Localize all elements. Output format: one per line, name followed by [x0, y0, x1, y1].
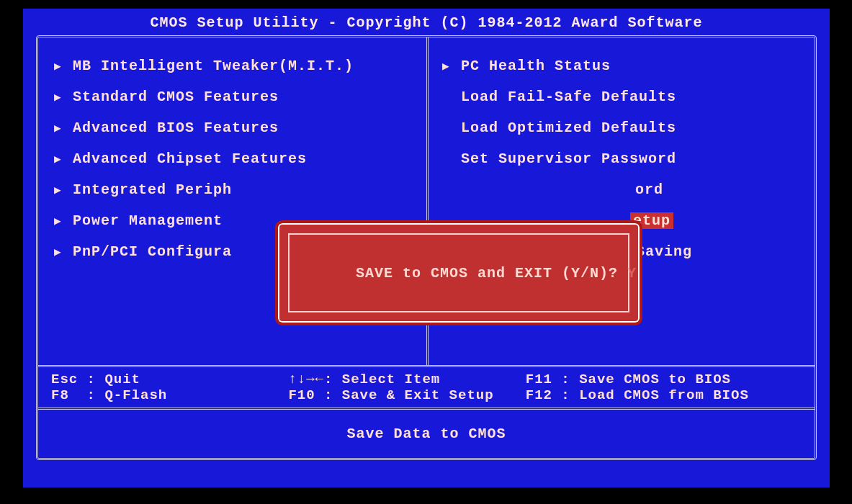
menu-item-load-failsafe[interactable]: ▶ Load Fail-Safe Defaults [442, 81, 807, 112]
hints-row: Esc : Quit F8 : Q-Flash ↑↓→←: Select Ite… [38, 365, 815, 408]
menu-item-standard-cmos[interactable]: ▶ Standard CMOS Features [54, 81, 419, 112]
dialog-inner: SAVE to CMOS and EXIT (Y/N)? Y [288, 233, 629, 312]
chevron-right-icon: ▶ [54, 183, 66, 197]
menu-item-integrated-periph[interactable]: ▶ Integrated Periph [54, 174, 419, 205]
dialog-prompt-text: SAVE to CMOS and EXIT (Y/N)? [356, 265, 627, 282]
menu-label: Load Fail-Safe Defaults [461, 89, 676, 105]
chevron-right-icon: ▶ [54, 121, 66, 135]
menu-item-supervisor-pw[interactable]: ▶ Set Supervisor Password [442, 143, 807, 174]
chevron-right-icon: ▶ [54, 59, 66, 73]
hint-col-3: F11 : Save CMOS to BIOS F12 : Load CMOS … [526, 372, 802, 403]
chevron-right-icon: ▶ [54, 152, 66, 166]
menu-label: PC Health Status [461, 58, 611, 74]
menu-item-pc-health[interactable]: ▶ PC Health Status [442, 50, 807, 81]
hint-col-1: Esc : Quit F8 : Q-Flash [51, 372, 281, 403]
chevron-right-icon: ▶ [54, 245, 66, 259]
menu-item-advanced-chipset[interactable]: ▶ Advanced Chipset Features [54, 143, 419, 174]
menu-label: Load Optimized Defaults [461, 120, 676, 136]
help-bar: Save Data to CMOS [38, 408, 815, 458]
chevron-right-icon: ▶ [54, 214, 66, 228]
chevron-right-icon: ▶ [442, 59, 454, 73]
chevron-right-icon: ▶ [54, 90, 66, 104]
dialog-prompt: SAVE to CMOS and EXIT (Y/N)? Y [281, 248, 637, 298]
help-text: Save Data to CMOS [346, 426, 506, 442]
menu-tail: ord [635, 181, 663, 198]
menu-item-load-optimized[interactable]: ▶ Load Optimized Defaults [442, 112, 807, 143]
menu-label: Set Supervisor Password [461, 150, 676, 167]
menu-item-user-pw-partial[interactable]: ord [442, 174, 807, 205]
menu-label: Integrated Periph [73, 181, 232, 198]
menu-item-mit[interactable]: ▶ MB Intelligent Tweaker(M.I.T.) [54, 50, 419, 81]
dialog-input[interactable]: Y [627, 265, 637, 282]
hint-col-2: ↑↓→←: Select Item F10 : Save & Exit Setu… [288, 372, 518, 403]
menu-label: Advanced Chipset Features [73, 150, 307, 167]
menu-tail: Saving [636, 243, 692, 260]
menu-label: Standard CMOS Features [73, 89, 279, 105]
menu-label: Advanced BIOS Features [73, 120, 279, 136]
page-title: CMOS Setup Utility - Copyright (C) 1984-… [23, 9, 830, 35]
menu-label: MB Intelligent Tweaker(M.I.T.) [73, 58, 354, 74]
bios-screen: CMOS Setup Utility - Copyright (C) 1984-… [23, 9, 830, 487]
menu-label: Power Management [73, 212, 223, 229]
menu-item-advanced-bios[interactable]: ▶ Advanced BIOS Features [54, 112, 419, 143]
confirm-dialog[interactable]: SAVE to CMOS and EXIT (Y/N)? Y [275, 220, 642, 325]
menu-label: PnP/PCI Configura [73, 243, 232, 260]
